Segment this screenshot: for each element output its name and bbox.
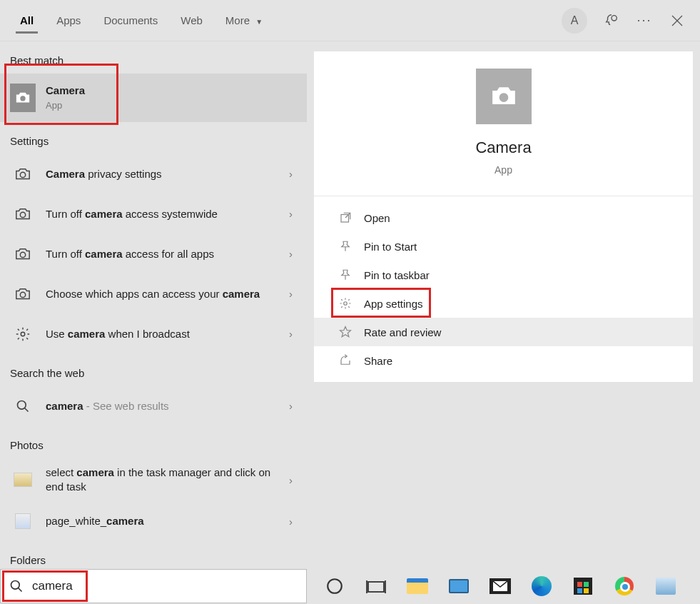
- settings-item-turnoff-allapps[interactable]: Turn off camera access for all apps ›: [0, 234, 307, 274]
- file-explorer-icon[interactable]: [405, 574, 430, 598]
- web-search-result[interactable]: camera - See web results ›: [0, 386, 307, 426]
- svg-line-18: [19, 588, 22, 592]
- close-icon[interactable]: [669, 12, 686, 29]
- chevron-right-icon: ›: [285, 400, 297, 412]
- settings-item-turnoff-systemwide[interactable]: Turn off camera access systemwide ›: [0, 194, 307, 234]
- svg-marker-16: [340, 327, 351, 337]
- svg-point-5: [20, 212, 25, 217]
- action-label: Pin to taskbar: [364, 269, 430, 281]
- svg-point-4: [20, 172, 25, 177]
- settings-item-label: Turn off camera access for all apps: [46, 247, 285, 261]
- action-open[interactable]: Open: [314, 203, 693, 232]
- image-icon: [10, 508, 36, 534]
- cortana-icon[interactable]: [323, 574, 347, 598]
- best-match-text: Camera App: [46, 84, 297, 112]
- header-tabs: All Apps Documents Web More ▼ A ···: [0, 0, 700, 41]
- settings-item-camera-privacy[interactable]: Camera privacy settings ›: [0, 154, 307, 194]
- section-photos: Photos: [0, 426, 307, 458]
- action-label: Pin to Start: [364, 241, 417, 253]
- open-icon: [338, 211, 352, 225]
- camera-icon: [10, 281, 36, 307]
- svg-point-8: [21, 332, 25, 336]
- web-search-label: camera - See web results: [46, 399, 285, 413]
- section-settings: Settings: [0, 122, 307, 154]
- tab-documents[interactable]: Documents: [92, 1, 169, 39]
- app-tile-icon: [476, 69, 532, 124]
- svg-point-11: [499, 93, 508, 102]
- action-label: Share: [364, 355, 392, 367]
- edge-icon[interactable]: [529, 574, 554, 598]
- action-rate-review[interactable]: Rate and review: [314, 318, 693, 346]
- chevron-right-icon: ›: [285, 474, 297, 486]
- feedback-icon[interactable]: [603, 12, 620, 29]
- bottom-bar: [0, 568, 700, 604]
- star-icon: [338, 325, 352, 339]
- camera-icon: [10, 161, 36, 187]
- monitor-icon[interactable]: [447, 574, 471, 598]
- action-label: Open: [364, 212, 390, 224]
- user-avatar[interactable]: A: [562, 8, 587, 34]
- chevron-down-icon: ▼: [255, 18, 263, 26]
- action-label: App settings: [364, 298, 423, 310]
- tab-web[interactable]: Web: [169, 1, 214, 39]
- results-panel: Best match Camera App Settings Camera pr…: [0, 41, 307, 568]
- tab-more[interactable]: More ▼: [214, 1, 274, 39]
- chrome-icon[interactable]: [612, 574, 636, 598]
- photo-result-2[interactable]: page_white_camera ›: [0, 501, 307, 541]
- settings-item-broadcast[interactable]: Use camera when I broadcast ›: [0, 314, 307, 354]
- search-box[interactable]: [0, 569, 307, 603]
- gear-icon: [338, 296, 352, 311]
- section-search-web: Search the web: [0, 354, 307, 386]
- svg-point-6: [20, 252, 25, 257]
- store-icon[interactable]: [571, 574, 595, 598]
- tab-all[interactable]: All: [9, 1, 45, 39]
- search-input[interactable]: [32, 579, 306, 593]
- preview-title: Camera: [475, 139, 531, 157]
- photo-label: select camera in the task manager and cl…: [46, 465, 285, 495]
- app-icon[interactable]: [654, 574, 678, 598]
- preview-hero: Camera App: [314, 69, 693, 196]
- section-best-match: Best match: [0, 41, 307, 74]
- pin-icon: [338, 239, 352, 253]
- settings-item-label: Use camera when I broadcast: [46, 327, 285, 341]
- more-options-icon[interactable]: ···: [636, 12, 653, 29]
- svg-point-9: [18, 401, 26, 409]
- svg-point-17: [11, 581, 20, 590]
- main-split: Best match Camera App Settings Camera pr…: [0, 41, 700, 568]
- camera-icon: [10, 201, 36, 227]
- settings-item-label: Choose which apps can access your camera: [46, 287, 285, 301]
- chevron-right-icon: ›: [285, 328, 297, 340]
- action-pin-taskbar[interactable]: Pin to taskbar: [314, 261, 693, 289]
- search-icon: [10, 393, 36, 419]
- section-folders: Folders: [0, 541, 307, 568]
- preview-panel: Camera App Open Pin to Start Pin to task…: [307, 41, 700, 568]
- image-icon: [10, 467, 36, 493]
- action-app-settings[interactable]: App settings: [314, 289, 693, 318]
- search-icon: [1, 579, 32, 593]
- chevron-right-icon: ›: [285, 288, 297, 300]
- svg-point-0: [612, 15, 617, 20]
- action-label: Rate and review: [364, 326, 441, 338]
- mail-icon[interactable]: [488, 574, 512, 598]
- svg-point-19: [328, 579, 342, 593]
- svg-line-10: [25, 408, 29, 411]
- action-pin-start[interactable]: Pin to Start: [314, 232, 693, 261]
- chevron-right-icon: ›: [285, 208, 297, 220]
- preview-actions: Open Pin to Start Pin to taskbar App set…: [314, 196, 693, 382]
- chevron-right-icon: ›: [285, 248, 297, 260]
- gear-icon: [10, 321, 36, 347]
- tab-apps[interactable]: Apps: [45, 1, 92, 39]
- svg-point-7: [20, 292, 25, 297]
- best-match-result[interactable]: Camera App: [0, 74, 307, 122]
- chevron-right-icon: ›: [285, 515, 297, 528]
- action-share[interactable]: Share: [314, 346, 693, 375]
- svg-rect-20: [368, 582, 384, 592]
- header-actions: A ···: [562, 8, 691, 34]
- chevron-right-icon: ›: [285, 168, 297, 180]
- preview-subtitle: App: [494, 164, 512, 176]
- settings-item-choose-apps[interactable]: Choose which apps can access your camera…: [0, 274, 307, 314]
- photo-result-1[interactable]: select camera in the task manager and cl…: [0, 458, 307, 502]
- taskbar: [307, 574, 678, 598]
- settings-item-label: Turn off camera access systemwide: [46, 207, 285, 221]
- task-view-icon[interactable]: [364, 574, 388, 598]
